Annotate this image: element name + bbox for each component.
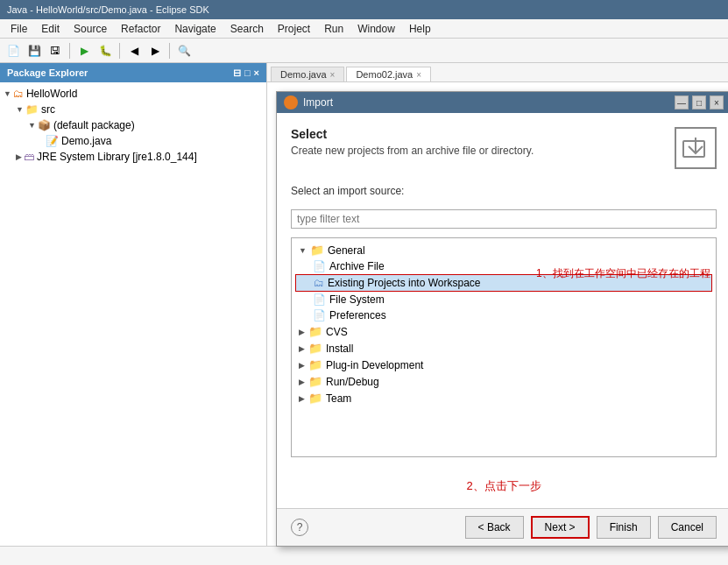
sidebar-header: Package Explorer ⊟ □ × <box>0 63 266 82</box>
folder-icon-install: 📁 <box>308 342 322 355</box>
file-icon-preferences: 📄 <box>313 309 326 321</box>
tree-label-run-debug: Run/Debug <box>326 376 379 388</box>
tab-demo-java[interactable]: Demo.java × <box>271 67 344 81</box>
dialog-maximize-button[interactable]: □ <box>692 95 706 109</box>
arrow-helloworld: ▼ <box>4 89 11 98</box>
menu-window[interactable]: Window <box>350 21 402 37</box>
toolbar-back[interactable]: ◀ <box>124 41 144 60</box>
cancel-button[interactable]: Cancel <box>658 516 717 539</box>
menu-edit[interactable]: Edit <box>34 21 67 37</box>
sidebar-tree: ▼ 🗂 HelloWorld ▼ 📁 src ▼ 📦 (default pack… <box>0 82 266 546</box>
package-explorer: Package Explorer ⊟ □ × ▼ 🗂 HelloWorld ▼ … <box>0 63 267 546</box>
tree-label-src: src <box>41 103 55 116</box>
sidebar-header-icons: ⊟ □ × <box>233 67 259 79</box>
menu-search[interactable]: Search <box>223 21 271 37</box>
menu-project[interactable]: Project <box>271 21 317 37</box>
finish-button[interactable]: Finish <box>597 516 651 539</box>
menu-source[interactable]: Source <box>67 21 114 37</box>
tree-item-run-debug[interactable]: ▶ 📁 Run/Debug <box>295 373 712 390</box>
tree-item-install[interactable]: ▶ 📁 Install <box>295 340 712 357</box>
tree-item-plugin[interactable]: ▶ 📁 Plug-in Development <box>295 357 712 373</box>
tree-item-jre[interactable]: ▶ 🗃 JRE System Library [jre1.8.0_144] <box>0 149 266 165</box>
tree-item-cvs[interactable]: ▶ 📁 CVS <box>295 323 712 340</box>
tree-item-file-system[interactable]: 📄 File System <box>295 292 712 307</box>
sidebar-minimize-icon[interactable]: ⊟ <box>233 67 241 79</box>
tree-label-install: Install <box>326 343 353 355</box>
sidebar-maximize-icon[interactable]: □ <box>244 67 251 79</box>
arrow-team: ▶ <box>299 394 305 403</box>
tree-label-preferences: Preferences <box>329 309 386 321</box>
arrow-plugin: ▶ <box>299 361 305 370</box>
jre-icon: 🗃 <box>24 151 34 163</box>
tree-item-preferences[interactable]: 📄 Preferences <box>295 307 712 323</box>
back-button[interactable]: < Back <box>465 516 524 539</box>
folder-icon-run-debug: 📁 <box>308 375 322 388</box>
file-icon-archive: 📄 <box>313 260 326 272</box>
toolbar-save-all[interactable]: 🖫 <box>46 41 65 60</box>
tree-item-src[interactable]: ▼ 📁 src <box>0 102 266 117</box>
folder-icon-general: 📁 <box>310 244 324 257</box>
toolbar-sep-2 <box>119 43 120 59</box>
tree-item-default-package[interactable]: ▼ 📦 (default package) <box>0 117 266 133</box>
editor-area: Import — □ × Select Create new projects … <box>267 82 728 546</box>
dialog-minimize-button[interactable]: — <box>675 95 689 109</box>
tabs-row: Demo.java × Demo02.java × <box>267 63 728 82</box>
toolbar-run[interactable]: ▶ <box>74 41 94 60</box>
menu-help[interactable]: Help <box>402 21 438 37</box>
tree-item-helloworld[interactable]: ▼ 🗂 HelloWorld <box>0 86 266 102</box>
dialog-footer-right: < Back Next > Finish Cancel <box>465 516 717 539</box>
import-dialog: Import — □ × Select Create new projects … <box>276 91 728 547</box>
annotation-1: 1、找到在工作空间中已经存在的工程 <box>536 266 710 281</box>
tree-label-jre: JRE System Library [jre1.8.0_144] <box>37 151 197 163</box>
status-bar <box>0 546 728 565</box>
dialog-title-icon <box>284 95 298 109</box>
filter-input[interactable] <box>291 209 717 229</box>
title-bar: Java - HelloWorld/src/Demo.java - Eclips… <box>0 0 728 19</box>
sidebar-title: Package Explorer <box>7 67 88 78</box>
sidebar-close-icon[interactable]: × <box>254 67 259 79</box>
folder-icon-cvs: 📁 <box>308 325 322 338</box>
tree-item-team[interactable]: ▶ 📁 Team <box>295 390 712 406</box>
tree-label-archive-file: Archive File <box>329 260 385 272</box>
tab-close-demo02-java[interactable]: × <box>416 70 421 80</box>
tab-label-demo-java: Demo.java <box>280 69 327 80</box>
toolbar-new[interactable]: 📄 <box>4 41 23 60</box>
toolbar-forward[interactable]: ▶ <box>145 41 165 60</box>
dialog-title-bar: Import — □ × <box>277 92 728 113</box>
toolbar-save[interactable]: 💾 <box>25 41 44 60</box>
dialog-title-controls: — □ × <box>675 95 724 109</box>
tree-label-file-system: File System <box>329 293 385 306</box>
dialog-close-button[interactable]: × <box>710 95 724 109</box>
tab-close-demo-java[interactable]: × <box>330 70 336 80</box>
dialog-header-text: Select Create new projects from an archi… <box>291 127 534 157</box>
tree-item-general[interactable]: ▼ 📁 General <box>295 242 712 258</box>
dialog-source-label: Select an import source: <box>291 185 717 197</box>
arrow-run-debug: ▶ <box>299 378 305 386</box>
toolbar-search[interactable]: 🔍 <box>174 41 194 60</box>
menu-bar: File Edit Source Refactor Navigate Searc… <box>0 19 728 39</box>
toolbar-debug[interactable]: 🐛 <box>95 41 115 60</box>
next-button[interactable]: Next > <box>531 516 590 539</box>
right-panel: Demo.java × Demo02.java × Import — <box>267 63 728 546</box>
menu-run[interactable]: Run <box>317 21 350 37</box>
tab-demo02-java[interactable]: Demo02.java × <box>346 67 431 81</box>
tree-label-existing-projects: Existing Projects into Workspace <box>328 277 481 289</box>
menu-navigate[interactable]: Navigate <box>167 21 223 37</box>
file-icon-existing: 🗂 <box>314 277 324 289</box>
package-icon: 📦 <box>38 119 51 131</box>
main-layout: Package Explorer ⊟ □ × ▼ 🗂 HelloWorld ▼ … <box>0 63 728 546</box>
menu-file[interactable]: File <box>4 21 34 37</box>
toolbar: 📄 💾 🖫 ▶ 🐛 ◀ ▶ 🔍 <box>0 39 728 63</box>
arrow-cvs: ▶ <box>299 328 305 336</box>
tree-item-demo-java[interactable]: 📝 Demo.java <box>0 133 266 149</box>
tree-label-demo-java: Demo.java <box>61 135 111 147</box>
toolbar-sep-3 <box>169 43 170 59</box>
toolbar-sep-1 <box>69 43 70 59</box>
menu-refactor[interactable]: Refactor <box>114 21 167 37</box>
src-folder-icon: 📁 <box>25 103 39 116</box>
tree-label-default-package: (default package) <box>53 119 135 131</box>
arrow-install: ▶ <box>299 344 305 353</box>
dialog-section-title: Select <box>291 127 534 141</box>
help-button[interactable]: ? <box>291 519 308 536</box>
arrow-default-package: ▼ <box>28 121 36 130</box>
